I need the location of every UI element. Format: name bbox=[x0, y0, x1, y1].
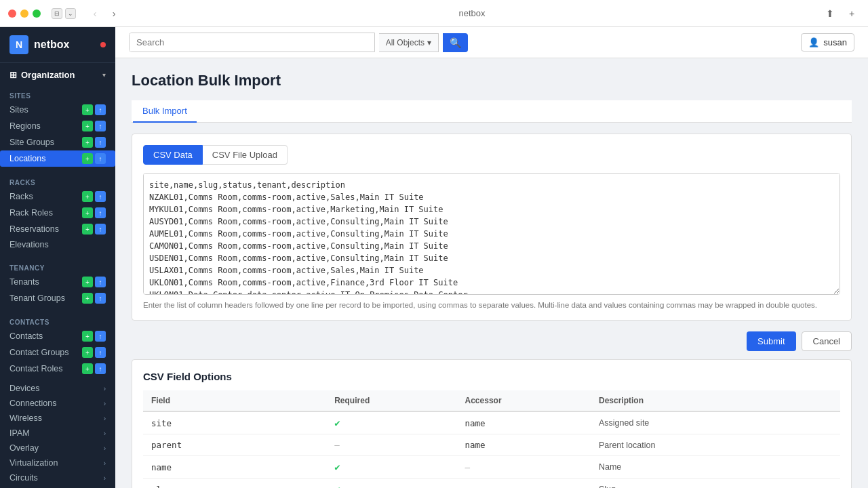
sidebar-item-elevations[interactable]: Elevations bbox=[0, 237, 115, 252]
add-tab-icon[interactable]: + bbox=[844, 5, 860, 22]
forward-button[interactable]: › bbox=[106, 5, 122, 22]
search-input[interactable] bbox=[130, 33, 374, 52]
main-layout: N netbox ⊞ Organization ▾ SITES Sites + … bbox=[0, 27, 868, 488]
sidebar-group-wireless[interactable]: Wireless › bbox=[0, 411, 115, 426]
sidebar-item-rack-roles[interactable]: Rack Roles + ↑ bbox=[0, 205, 115, 221]
sidebar-item-tenants[interactable]: Tenants + ↑ bbox=[0, 274, 115, 290]
traffic-lights bbox=[8, 9, 41, 18]
racks-add-btn[interactable]: + bbox=[82, 191, 93, 202]
site-groups-import-btn[interactable]: ↑ bbox=[95, 137, 106, 148]
page-content: Location Bulk Import Bulk Import CSV Dat… bbox=[115, 58, 868, 488]
sidebar-item-racks[interactable]: Racks + ↑ bbox=[0, 188, 115, 205]
close-button[interactable] bbox=[8, 9, 16, 18]
tenants-add-btn[interactable]: + bbox=[82, 277, 93, 287]
sites-import-btn[interactable]: ↑ bbox=[95, 104, 106, 115]
sidebar-group-virtualization[interactable]: Virtualization › bbox=[0, 455, 115, 470]
contacts-add-btn[interactable]: + bbox=[82, 331, 93, 342]
minimize-button[interactable] bbox=[20, 9, 28, 18]
tenants-import-btn[interactable]: ↑ bbox=[95, 277, 106, 287]
field-required: ✔ bbox=[326, 479, 456, 489]
regions-import-btn[interactable]: ↑ bbox=[95, 121, 106, 131]
field-name: site bbox=[143, 411, 326, 434]
sidebar-item-site-groups[interactable]: Site Groups + ↑ bbox=[0, 134, 115, 150]
form-actions: Submit Cancel bbox=[132, 331, 852, 351]
sidebar-group-ipam[interactable]: IPAM › bbox=[0, 426, 115, 441]
racks-import-btn[interactable]: ↑ bbox=[95, 191, 106, 202]
sidebar-group-devices[interactable]: Devices › bbox=[0, 381, 115, 396]
rack-roles-import-btn[interactable]: ↑ bbox=[95, 207, 106, 218]
sites-section: SITES Sites + ↑ Regions + ↑ Site Groups … bbox=[0, 84, 115, 171]
reservations-add-btn[interactable]: + bbox=[82, 224, 93, 235]
csv-tab-data[interactable]: CSV Data bbox=[143, 145, 203, 165]
sidebar-toggle[interactable]: ⊟ bbox=[52, 8, 62, 19]
site-groups-add-btn[interactable]: + bbox=[82, 137, 93, 148]
sidebar-item-reservations[interactable]: Reservations + ↑ bbox=[0, 221, 115, 237]
contact-roles-import-btn[interactable]: ↑ bbox=[95, 363, 106, 374]
csv-tab-upload[interactable]: CSV File Upload bbox=[203, 145, 288, 165]
maximize-button[interactable] bbox=[33, 9, 41, 18]
sites-add-btn[interactable]: + bbox=[82, 104, 93, 115]
col-required: Required bbox=[326, 390, 456, 411]
reservations-import-btn[interactable]: ↑ bbox=[95, 224, 106, 235]
tab-bulk-import[interactable]: Bulk Import bbox=[133, 100, 197, 123]
racks-section-title: RACKS bbox=[0, 175, 115, 188]
sidebar-item-contacts[interactable]: Contacts + ↑ bbox=[0, 328, 115, 344]
field-name: slug bbox=[143, 479, 326, 489]
field-options-title: CSV Field Options bbox=[143, 371, 840, 382]
field-description: Parent location bbox=[591, 434, 840, 456]
sidebar-item-regions[interactable]: Regions + ↑ bbox=[0, 118, 115, 134]
field-required: — bbox=[326, 434, 456, 456]
sidebar-item-tenant-groups[interactable]: Tenant Groups + ↑ bbox=[0, 290, 115, 306]
locations-import-btn[interactable]: ↑ bbox=[95, 153, 106, 164]
sidebar-group-circuits[interactable]: Circuits › bbox=[0, 470, 115, 485]
csv-tabs: CSV Data CSV File Upload bbox=[143, 145, 840, 165]
sidebar-item-sites[interactable]: Sites + ↑ bbox=[0, 102, 115, 118]
sidebar-group-connections[interactable]: Connections › bbox=[0, 396, 115, 411]
csv-input-card: CSV Data CSV File Upload Enter the list … bbox=[132, 134, 852, 321]
field-name: parent bbox=[143, 434, 326, 456]
sidebar-item-contact-roles[interactable]: Contact Roles + ↑ bbox=[0, 361, 115, 377]
navbar: All Objects ▾ 🔍 👤 susan bbox=[115, 27, 868, 58]
contact-roles-add-btn[interactable]: + bbox=[82, 363, 93, 374]
navbar-right: 👤 susan bbox=[801, 33, 854, 52]
wireless-arrow-icon: › bbox=[104, 415, 106, 422]
topbar-center: netbox bbox=[127, 8, 816, 18]
sidebar-item-locations[interactable]: Locations + ↑ bbox=[0, 150, 115, 167]
sidebar-logo: N netbox bbox=[0, 27, 115, 63]
check-icon: ✔ bbox=[334, 484, 340, 488]
col-accessor: Accessor bbox=[457, 390, 591, 411]
circuits-arrow-icon: › bbox=[104, 474, 106, 482]
contact-groups-import-btn[interactable]: ↑ bbox=[95, 347, 106, 358]
user-icon: 👤 bbox=[808, 37, 819, 47]
user-menu-button[interactable]: 👤 susan bbox=[801, 33, 854, 52]
rack-roles-add-btn[interactable]: + bbox=[82, 207, 93, 218]
window-menu[interactable]: ⌄ bbox=[65, 8, 76, 19]
submit-button[interactable]: Submit bbox=[747, 331, 795, 351]
content-area: All Objects ▾ 🔍 👤 susan Location Bulk Im… bbox=[115, 27, 868, 488]
field-name: name bbox=[143, 456, 326, 479]
search-filter-dropdown[interactable]: All Objects ▾ bbox=[379, 33, 439, 52]
check-icon: ✔ bbox=[334, 418, 340, 428]
cancel-button[interactable]: Cancel bbox=[802, 331, 852, 351]
contacts-import-btn[interactable]: ↑ bbox=[95, 331, 106, 342]
share-icon[interactable]: ⬆ bbox=[822, 5, 838, 22]
search-button[interactable]: 🔍 bbox=[443, 33, 468, 52]
table-row: site✔nameAssigned site bbox=[143, 411, 840, 434]
org-section-header[interactable]: ⊞ Organization ▾ bbox=[0, 63, 115, 84]
contact-groups-add-btn[interactable]: + bbox=[82, 347, 93, 358]
sidebar-group-overlay[interactable]: Overlay › bbox=[0, 441, 115, 455]
tenant-groups-import-btn[interactable]: ↑ bbox=[95, 293, 106, 304]
search-input-wrap bbox=[129, 33, 375, 52]
field-accessor: — bbox=[457, 456, 591, 479]
org-title: ⊞ Organization bbox=[9, 70, 75, 80]
csv-data-textarea[interactable] bbox=[143, 173, 840, 295]
locations-add-btn[interactable]: + bbox=[82, 153, 93, 164]
tenant-groups-add-btn[interactable]: + bbox=[82, 293, 93, 304]
regions-add-btn[interactable]: + bbox=[82, 121, 93, 131]
table-row: name✔—Name bbox=[143, 456, 840, 479]
col-field: Field bbox=[143, 390, 326, 411]
logo-icon: N bbox=[9, 35, 28, 54]
back-button[interactable]: ‹ bbox=[87, 5, 103, 22]
sidebar-item-contact-groups[interactable]: Contact Groups + ↑ bbox=[0, 344, 115, 361]
nav-buttons: ‹ › bbox=[87, 5, 122, 22]
